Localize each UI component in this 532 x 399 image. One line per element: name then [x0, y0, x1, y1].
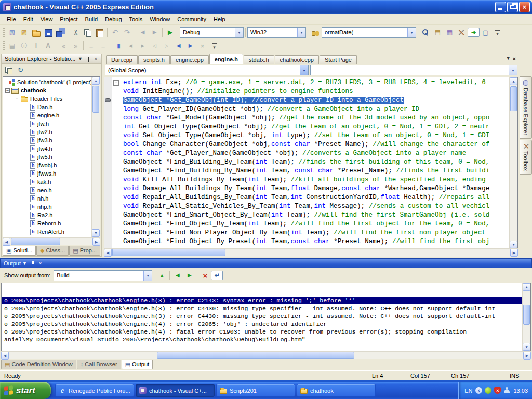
properties-icon[interactable]: [3, 64, 15, 75]
tree-item-jfw4-h[interactable]: jfw4.h: [3, 144, 100, 153]
tree-item-jfwobj-h[interactable]: jfwobj.h: [3, 161, 100, 169]
scrollbar-thumb[interactable]: [523, 305, 530, 325]
next-bookmark-folder-icon[interactable]: [161, 41, 172, 51]
active-files-dropdown-icon[interactable]: ▼: [506, 56, 511, 62]
comment-selection-icon[interactable]: [85, 41, 97, 51]
code-line[interactable]: GameObject *Get_GameObj(int ID); //conve…: [104, 96, 509, 105]
tree-item-dan-h[interactable]: Dan.h: [3, 103, 100, 111]
scroll-up-icon[interactable]: ▲: [92, 77, 100, 85]
tree-item-chathook[interactable]: −chathook: [3, 86, 100, 95]
code-line[interactable]: GameObject *Find_Object_By_Preset(int Te…: [104, 237, 509, 246]
tree-item-jfwws-h[interactable]: jfwws.h: [3, 169, 100, 178]
editor-vertical-scrollbar[interactable]: ▲ ▼: [509, 77, 517, 248]
scroll-right-icon[interactable]: ▶: [523, 352, 531, 360]
code-line[interactable]: void Kill_All_Buildings_By_Team(int Team…: [104, 176, 509, 184]
scrollbar-thumb[interactable]: [11, 238, 60, 245]
code-line[interactable]: GameObject *Find_Smart_Object_By_Team(in…: [104, 211, 509, 220]
scrollbar-thumb[interactable]: [92, 86, 99, 113]
tree-horizontal-scrollbar[interactable]: ◀ ▶: [3, 237, 100, 245]
tree-item-renalert-h[interactable]: RenAlert.h: [3, 228, 100, 236]
code-line[interactable]: const char *Get_Player_Name(GameObject *…: [104, 149, 509, 158]
increase-indent-icon[interactable]: [70, 41, 82, 51]
scroll-left-icon[interactable]: ◀: [1, 352, 9, 360]
toolbar-grip[interactable]: [3, 28, 5, 37]
close-panel-icon[interactable]: ×: [36, 260, 44, 267]
menu-tools[interactable]: Tools: [126, 15, 147, 24]
previous-bookmark-icon[interactable]: [125, 41, 137, 51]
tree-item-nh-h[interactable]: nh.h: [3, 194, 100, 203]
scroll-right-icon[interactable]: ▶: [92, 238, 100, 246]
output-line[interactable]: o 2005\projects\chathook\chathook\engine…: [2, 328, 522, 336]
scrollbar-thumb[interactable]: [510, 86, 517, 111]
undo-icon[interactable]: [109, 27, 121, 38]
collapse-icon[interactable]: −: [15, 97, 19, 101]
scroll-down-icon[interactable]: ▼: [510, 241, 517, 248]
platform-combo[interactable]: Win32 ▼: [247, 27, 306, 38]
scroll-left-icon[interactable]: ◀: [3, 238, 10, 246]
paste-icon[interactable]: [94, 27, 105, 38]
collapse-icon[interactable]: −: [5, 88, 10, 93]
configuration-combo[interactable]: Debug ▼: [180, 27, 244, 38]
scroll-down-icon[interactable]: ▼: [523, 343, 530, 351]
command-window-icon[interactable]: [480, 27, 491, 38]
toolbar-grip[interactable]: [3, 41, 5, 50]
solution-explorer-titlebar[interactable]: Solution Explorer - Solutio... ▼ ×: [2, 54, 101, 64]
close-document-icon[interactable]: ×: [513, 56, 516, 62]
tree-vertical-scrollbar[interactable]: ▲ ▼: [91, 77, 100, 237]
document-tab-engine-cpp[interactable]: engine.cpp: [170, 55, 209, 64]
find-combo[interactable]: ▼: [322, 27, 416, 38]
code-line[interactable]: void Damage_All_Buildings_By_Team(int Te…: [104, 184, 509, 193]
clear-all-icon[interactable]: [199, 270, 211, 281]
start-page-icon[interactable]: [468, 28, 480, 37]
code-line[interactable]: const char *Get_Model(GameObject *obj); …: [104, 114, 509, 123]
minimize-button[interactable]: [495, 2, 506, 12]
previous-message-icon[interactable]: [171, 270, 183, 281]
scroll-up-icon[interactable]: ▲: [510, 77, 517, 85]
show-output-source-icon[interactable]: [156, 270, 168, 281]
security-alert-icon[interactable]: [494, 387, 501, 394]
output-line[interactable]: o 2005\projects\chathook\chathook\engine…: [2, 320, 522, 328]
output-line[interactable]: aniel\My Documents\Visual Studio 2005\Pr…: [2, 336, 522, 343]
code-line[interactable]: void Repair_All_Static_Vehicles_By_Team(…: [104, 202, 509, 211]
tree-item-nhp-h[interactable]: nhp.h: [3, 203, 100, 211]
menu-file[interactable]: File: [3, 15, 20, 24]
code-line[interactable]: bool Change_Character(GameObject *obj,co…: [104, 140, 509, 149]
chevron-down-icon[interactable]: ▼: [300, 65, 308, 75]
output-vertical-scrollbar[interactable]: ▲ ▼: [522, 283, 530, 351]
document-tab-stdafx-h[interactable]: stdafx.h: [244, 55, 274, 64]
chevron-down-icon[interactable]: ▼: [297, 28, 305, 37]
auto-hide-pin-icon[interactable]: [29, 260, 36, 267]
copy-icon[interactable]: [82, 27, 94, 38]
tree-item-solution-chathook-1-project[interactable]: Solution 'chathook' (1 project): [3, 78, 100, 86]
code-line[interactable]: −extern int Exe; //0 = game.exe, 1 = ser…: [104, 78, 509, 87]
tool-tab-class[interactable]: Class...: [36, 246, 69, 256]
output-line[interactable]: o 2005\projects\chathook\chathook\engine…: [2, 304, 522, 312]
refresh-icon[interactable]: [15, 64, 26, 75]
scroll-right-icon[interactable]: ▶: [510, 249, 518, 257]
chevron-down-icon[interactable]: ▼: [407, 28, 416, 37]
code-line[interactable]: GameObject *Find_Non_Player_Object_By_Te…: [104, 229, 509, 237]
next-bookmark-document-icon[interactable]: [184, 41, 196, 51]
members-combo[interactable]: ▼: [310, 65, 517, 75]
auto-hide-pin-icon[interactable]: [84, 55, 92, 62]
previous-bookmark-document-icon[interactable]: [172, 41, 184, 51]
scroll-left-icon[interactable]: ◀: [104, 249, 112, 257]
redo-icon[interactable]: [121, 27, 133, 38]
output-titlebar[interactable]: Output ▼ ×: [0, 258, 532, 268]
panel-tab-code-definition-window[interactable]: Code Definition Window: [1, 360, 76, 369]
code-line[interactable]: int Get_Object_Type(GameObject *obj); //…: [104, 123, 509, 131]
chevron-down-icon[interactable]: ▼: [235, 28, 243, 37]
open-file-icon[interactable]: [30, 27, 42, 38]
tree-item-jfw-h[interactable]: jfw.h: [3, 119, 100, 128]
code-line[interactable]: void Set_Object_Type(GameObject *obj, in…: [104, 131, 509, 140]
start-debugging-icon[interactable]: [164, 27, 176, 38]
code-line[interactable]: GameObject *Find_Building_By_Name(int Te…: [104, 167, 509, 176]
code-editor[interactable]: −extern int Exe; //0 = game.exe, 1 = ser…: [104, 77, 518, 248]
chevron-down-icon[interactable]: ▼: [509, 65, 517, 75]
menu-build[interactable]: Build: [82, 15, 101, 24]
find-combo-input[interactable]: [325, 29, 407, 35]
side-tab-toolbox[interactable]: Toolbox: [520, 140, 532, 175]
close-panel-icon[interactable]: ×: [92, 55, 100, 62]
menu-view[interactable]: View: [37, 15, 57, 24]
document-tab-engine-h[interactable]: engine.h: [209, 54, 243, 64]
